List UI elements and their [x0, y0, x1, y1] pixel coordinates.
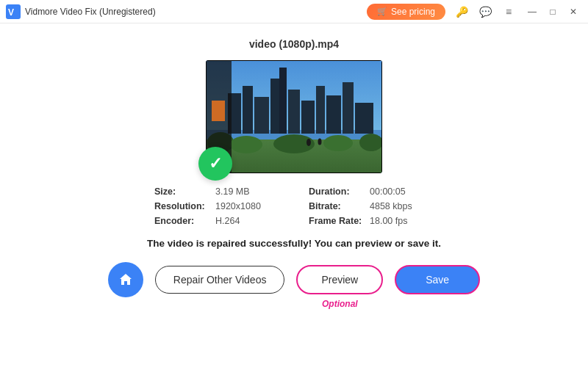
action-row: Repair Other Videos Preview Optional Sav… — [108, 262, 480, 297]
bitrate-label: Bitrate: — [309, 201, 364, 211]
svg-rect-11 — [316, 86, 325, 134]
minimize-button[interactable]: — — [523, 3, 541, 21]
success-message: The video is repaired successfully! You … — [147, 238, 441, 249]
svg-point-22 — [318, 139, 322, 145]
info-row-duration: Duration: 00:00:05 — [309, 186, 434, 197]
video-thumbnail-wrapper: ✓ — [206, 60, 382, 173]
info-row-resolution: Resolution: 1920x1080 — [154, 201, 279, 211]
chat-icon-button[interactable]: 💬 — [476, 3, 494, 21]
maximize-button[interactable]: □ — [544, 3, 562, 21]
repair-other-button[interactable]: Repair Other Videos — [155, 266, 285, 294]
duration-value: 00:00:05 — [370, 186, 406, 197]
pricing-button[interactable]: 🛒 See pricing — [367, 4, 445, 20]
app-title: Vidmore Video Fix (Unregistered) — [25, 7, 367, 17]
app-logo: V — [6, 4, 21, 19]
video-thumbnail — [206, 60, 382, 173]
svg-point-20 — [359, 134, 382, 151]
framerate-label: Frame Rate: — [309, 216, 364, 226]
svg-rect-25 — [212, 101, 225, 121]
save-button-wrapper: Save — [395, 265, 480, 294]
svg-rect-15 — [279, 68, 287, 134]
svg-rect-7 — [254, 97, 269, 134]
svg-text:V: V — [8, 7, 14, 18]
success-badge: ✓ — [198, 147, 232, 181]
encoder-value: H.264 — [215, 216, 240, 226]
optional-label: Optional — [322, 299, 358, 309]
video-filename: video (1080p).mp4 — [249, 38, 339, 50]
main-content: video (1080p).mp4 — [0, 23, 588, 381]
bitrate-value: 4858 kbps — [370, 201, 412, 211]
size-label: Size: — [154, 186, 209, 197]
svg-rect-12 — [326, 95, 341, 134]
svg-rect-6 — [243, 86, 253, 134]
cart-icon: 🛒 — [377, 7, 387, 16]
video-info: Size: 3.19 MB Duration: 00:00:05 Resolut… — [154, 186, 434, 226]
info-row-encoder: Encoder: H.264 — [154, 216, 279, 226]
size-value: 3.19 MB — [215, 186, 250, 197]
info-row-bitrate: Bitrate: 4858 kbps — [309, 201, 434, 211]
duration-label: Duration: — [309, 186, 364, 197]
svg-rect-9 — [288, 90, 300, 134]
svg-rect-14 — [355, 103, 373, 134]
svg-point-17 — [230, 136, 262, 153]
svg-rect-10 — [301, 101, 315, 134]
home-button[interactable] — [108, 262, 143, 297]
title-icons: 🔑 💬 ≡ — [453, 3, 517, 21]
svg-point-21 — [306, 139, 311, 146]
framerate-value: 18.00 fps — [370, 216, 407, 226]
close-button[interactable]: ✕ — [564, 3, 582, 21]
resolution-label: Resolution: — [154, 201, 209, 211]
resolution-value: 1920x1080 — [215, 201, 261, 211]
window-controls: — □ ✕ — [523, 3, 582, 21]
svg-point-19 — [323, 135, 353, 151]
preview-button[interactable]: Preview — [296, 265, 383, 294]
info-row-size: Size: 3.19 MB — [154, 186, 279, 197]
preview-button-wrapper: Preview Optional — [296, 265, 383, 294]
menu-icon-button[interactable]: ≡ — [500, 3, 517, 21]
pricing-label: See pricing — [391, 7, 435, 17]
svg-rect-13 — [343, 82, 354, 134]
title-bar: V Vidmore Video Fix (Unregistered) 🛒 See… — [0, 0, 588, 23]
info-row-framerate: Frame Rate: 18.00 fps — [309, 216, 434, 226]
key-icon-button[interactable]: 🔑 — [453, 3, 470, 21]
encoder-label: Encoder: — [154, 216, 209, 226]
save-button[interactable]: Save — [395, 265, 480, 294]
